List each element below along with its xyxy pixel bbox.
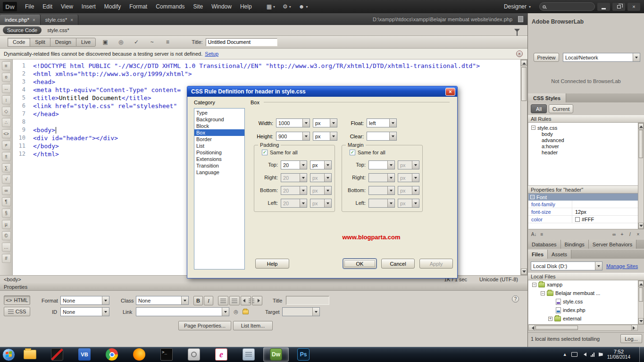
server-panel-tab[interactable]: Bindings	[561, 240, 589, 249]
setup-link[interactable]: Setup	[205, 51, 218, 57]
coding-toolbar-icon[interactable]: ≡	[2, 61, 11, 70]
id-dropdown[interactable]: None	[60, 307, 109, 316]
menu-item[interactable]: File	[21, 0, 38, 13]
padding-same-for-all-checkbox[interactable]: ✓	[262, 150, 268, 155]
browserlab-preview-button[interactable]: Preview	[534, 53, 559, 62]
log-button[interactable]: Log...	[620, 334, 642, 343]
clear-combo[interactable]	[367, 132, 397, 141]
search-box[interactable]	[539, 2, 595, 11]
ok-button[interactable]: OK	[343, 259, 376, 269]
taskbar-explorer[interactable]	[17, 347, 42, 362]
document-title-input[interactable]	[206, 38, 277, 46]
restore-button[interactable]	[612, 3, 625, 11]
toolbar-icon[interactable]: ◎	[115, 37, 127, 47]
start-button[interactable]	[2, 348, 15, 361]
padding-value-combo[interactable]: 20	[281, 173, 307, 182]
css-rule-item[interactable]: body	[528, 131, 638, 137]
view-button[interactable]: Design	[50, 38, 76, 47]
coding-toolbar-icon[interactable]: ↕	[2, 95, 11, 104]
help-icon[interactable]: ?	[512, 295, 519, 303]
css-rule-item[interactable]: a:hover	[528, 143, 638, 149]
category-item[interactable]: Box	[194, 129, 244, 136]
toolbar-icon[interactable]: ✓	[130, 37, 142, 47]
help-button[interactable]: Help	[255, 259, 289, 269]
tree-item-xampp[interactable]: − xampp	[528, 280, 638, 289]
taskbar-clock[interactable]: 7:52 11/08/2014	[607, 349, 630, 360]
toolbar-icon[interactable]: ≡	[161, 37, 174, 47]
coding-toolbar-icon[interactable]: µ	[2, 220, 11, 229]
padding-unit-combo[interactable]: px	[310, 173, 332, 182]
display-tray-icon[interactable]	[571, 352, 577, 357]
bold-button[interactable]: B	[193, 296, 203, 305]
prop-row-font-family[interactable]: font-family	[528, 201, 638, 208]
workspace-switcher[interactable]: Designer▾	[504, 3, 531, 10]
files-panel-scrollbar[interactable]	[638, 280, 644, 325]
collapse-icon[interactable]: −	[541, 291, 545, 295]
css-mode-button[interactable]: CSS	[4, 307, 30, 316]
menu-item[interactable]: Window	[207, 0, 236, 13]
info-close-icon[interactable]: ×	[516, 51, 523, 57]
scroll-up-button[interactable]	[521, 60, 527, 66]
taskbar-expression[interactable]: e	[209, 347, 234, 362]
minimize-button[interactable]	[597, 3, 610, 11]
taskbar-app-dark[interactable]	[44, 347, 70, 362]
css-grid-tool-icon[interactable]: /	[626, 230, 634, 238]
category-item[interactable]: List	[194, 143, 244, 149]
tree-item-site-folder[interactable]: − Belajar membuat ...	[528, 289, 638, 297]
dialog-close-button[interactable]: ×	[445, 88, 455, 96]
width-value-combo[interactable]: 1000	[276, 118, 310, 127]
category-item[interactable]: Extensions	[194, 156, 244, 162]
expand-icon[interactable]: +	[548, 317, 552, 321]
coding-toolbar-icon[interactable]: #	[2, 254, 11, 263]
padding-unit-combo[interactable]: px	[310, 160, 332, 169]
outdent-button[interactable]	[241, 296, 251, 305]
network-tray-icon[interactable]	[591, 353, 594, 357]
taskbar-photoshop[interactable]: Ps	[291, 347, 316, 362]
menu-item[interactable]: Insert	[77, 0, 100, 13]
show-desktop-button[interactable]	[639, 347, 644, 362]
extend-gear-icon[interactable]: ⚙▾	[283, 3, 291, 10]
margin-same-for-all-checkbox[interactable]: ✓	[350, 150, 355, 155]
site-dropdown[interactable]: Local Disk (D:)	[531, 261, 602, 270]
coding-toolbar-icon[interactable]: ↔	[2, 84, 11, 93]
taskbar-firefox[interactable]	[126, 347, 152, 362]
class-dropdown[interactable]: None	[136, 296, 189, 305]
code-scrollbar[interactable]	[520, 59, 527, 275]
css-grid-tool-icon[interactable]: +	[618, 230, 626, 238]
taskbar-command-prompt[interactable]: >_	[154, 347, 179, 362]
view-button[interactable]: Live	[76, 38, 96, 47]
indent-button[interactable]	[252, 296, 262, 305]
close-button[interactable]: ×	[627, 3, 640, 11]
font-group-header[interactable]: −Font	[528, 194, 638, 201]
width-unit-combo[interactable]: px	[313, 118, 337, 127]
tree-item-stylecss[interactable]: − style.css	[528, 125, 638, 131]
target-dropdown[interactable]	[282, 307, 320, 316]
document-tab[interactable]: style.css* ×	[41, 15, 78, 25]
menu-item[interactable]: View	[57, 0, 77, 13]
taskbar-app-doc[interactable]	[236, 347, 261, 362]
css-panel-scrollbar[interactable]	[638, 123, 644, 229]
tree-item-external[interactable]: + external	[528, 314, 638, 323]
browse-folder-icon[interactable]	[242, 308, 249, 316]
tag-selector[interactable]: <body>	[4, 277, 21, 282]
coding-toolbar-icon[interactable]: √	[2, 175, 11, 184]
action-center-icon[interactable]	[599, 353, 603, 356]
menu-item[interactable]: Edit	[38, 0, 57, 13]
layout-switcher-icon[interactable]: ▦▾	[267, 3, 275, 10]
point-to-file-icon[interactable]: ◎	[232, 308, 240, 315]
prop-row-font-size[interactable]: font-size 12px	[528, 208, 638, 216]
margin-unit-combo[interactable]: px	[398, 186, 419, 195]
taskbar-app-gray[interactable]	[181, 347, 207, 362]
dialog-titlebar[interactable]: CSS Rule Definition for header in style.…	[187, 86, 457, 97]
css-grid-tool-icon[interactable]: ∞	[610, 230, 618, 238]
server-panel-tab[interactable]: Databases	[528, 240, 561, 249]
margin-unit-combo[interactable]: px	[398, 173, 419, 182]
view-button[interactable]: Split	[30, 38, 50, 47]
coding-toolbar-icon[interactable]: …	[2, 243, 11, 252]
css-rule-item[interactable]: advanced	[528, 137, 638, 143]
toolbar-icon[interactable]: ~	[146, 37, 158, 47]
taskbar-visual-basic[interactable]: VB	[72, 347, 97, 362]
apply-button[interactable]: Apply	[419, 259, 453, 269]
menu-item[interactable]: Site	[189, 0, 208, 13]
document-tab[interactable]: index.php* ×	[0, 15, 41, 25]
